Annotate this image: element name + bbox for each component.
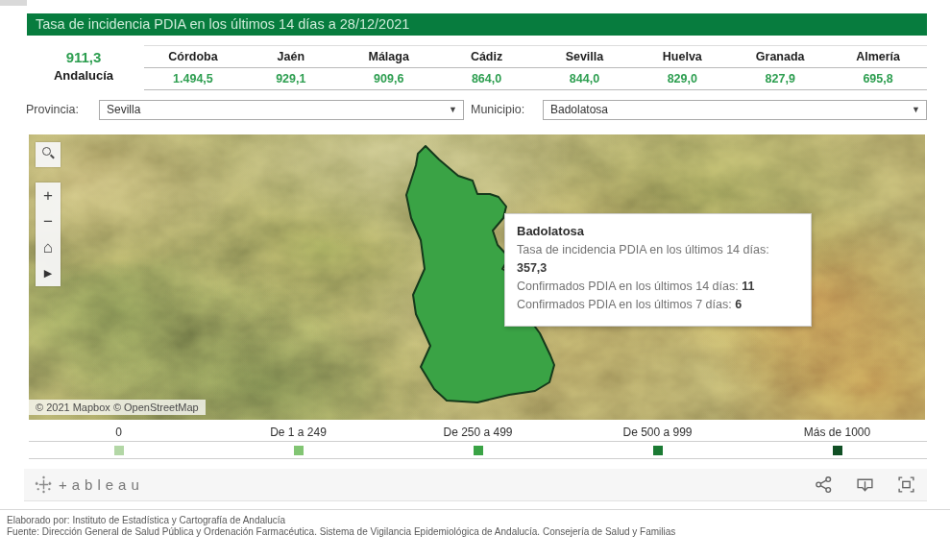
tooltip-row: Confirmados PDIA en los últimos 14 días:… — [517, 278, 799, 296]
province-value: 864,0 — [438, 68, 536, 89]
tooltip-row: Tasa de incidencia PDIA en los últimos 1… — [517, 241, 799, 278]
tableau-sparkle-icon — [35, 475, 53, 494]
legend-swatch[interactable] — [653, 446, 663, 455]
province-value: 909,6 — [340, 68, 438, 89]
region-total: 911,3 Andalucía — [27, 48, 140, 85]
province-header: Jaén — [242, 46, 340, 67]
province-value: 844,0 — [536, 68, 634, 89]
search-icon-handle — [50, 154, 55, 158]
legend-label: 0 — [29, 426, 208, 441]
province-header: Almería — [829, 46, 927, 67]
tableau-toolbar: +ableau — [24, 469, 927, 501]
share-icon[interactable] — [815, 475, 833, 494]
legend-labels: 0 De 1 a 249 De 250 a 499 De 500 a 999 M… — [29, 426, 927, 441]
home-icon: ⌂ — [43, 238, 53, 256]
province-value: 829,0 — [633, 68, 731, 89]
map-canvas[interactable]: + − ⌂ ▶ Badolatosa Tasa de incidencia PD… — [29, 134, 925, 420]
tableau-brand-text: +ableau — [59, 476, 144, 493]
municipio-dropdown[interactable]: Badolatosa ▼ — [543, 100, 927, 120]
download-icon[interactable] — [856, 475, 874, 494]
municipio-filter-label: Municipio: — [471, 103, 524, 116]
chevron-down-icon: ▼ — [449, 101, 457, 119]
search-icon — [42, 147, 54, 158]
chevron-down-icon: ▼ — [912, 101, 920, 119]
tooltip-value: 357,3 — [517, 261, 547, 275]
legend-label: De 1 a 249 — [208, 426, 388, 441]
tooltip-value: 6 — [735, 298, 742, 311]
municipio-dropdown-value: Badolatosa — [550, 103, 608, 116]
region-total-label: Andalucía — [27, 67, 140, 85]
province-header: Huelva — [633, 46, 731, 67]
pan-toggle-button[interactable]: ▶ — [36, 260, 61, 286]
tooltip-title: Badolatosa — [517, 224, 799, 238]
province-header: Cádiz — [438, 46, 536, 67]
arrow-right-icon: ▶ — [44, 267, 52, 279]
map-search-button[interactable] — [36, 142, 61, 167]
province-table: Córdoba Jaén Málaga Cádiz Sevilla Huelva… — [144, 45, 927, 90]
provincia-dropdown[interactable]: Sevilla ▼ — [99, 100, 464, 120]
tooltip-label: Tasa de incidencia PDIA en los últimos 1… — [517, 243, 769, 256]
legend-swatches — [29, 441, 927, 459]
province-header: Córdoba — [144, 46, 242, 67]
tooltip-label: Confirmados PDIA en los últimos 7 días: — [517, 298, 735, 311]
province-header: Málaga — [340, 46, 438, 67]
scrollbar-remnant — [0, 0, 27, 6]
credit-fuente: Fuente: Dirección General de Salud Públi… — [7, 526, 675, 537]
province-value: 695,8 — [829, 68, 927, 89]
page-title: Tasa de incidencia PDIA en los últimos 1… — [27, 13, 927, 36]
provincia-dropdown-value: Sevilla — [107, 103, 140, 116]
legend-label: De 250 a 499 — [388, 426, 568, 441]
tooltip-value: 11 — [742, 280, 754, 293]
region-total-value: 911,3 — [27, 48, 140, 67]
legend-swatch[interactable] — [474, 446, 483, 455]
tooltip-row: Confirmados PDIA en los últimos 7 días: … — [517, 296, 799, 314]
map-attribution[interactable]: © 2021 Mapbox © OpenStreetMap — [29, 400, 206, 415]
home-button[interactable]: ⌂ — [36, 234, 61, 260]
province-header: Sevilla — [536, 46, 634, 67]
map-tooltip: Badolatosa Tasa de incidencia PDIA en lo… — [504, 213, 812, 327]
fullscreen-icon[interactable] — [897, 475, 915, 494]
legend-label: De 500 a 999 — [568, 426, 747, 441]
zoom-in-button[interactable]: + — [36, 183, 61, 208]
province-value: 929,1 — [242, 68, 340, 89]
province-value: 827,9 — [731, 68, 829, 89]
legend-swatch[interactable] — [294, 446, 304, 455]
province-value-row: 1.494,5 929,1 909,6 864,0 844,0 829,0 82… — [144, 68, 927, 90]
provincia-filter-label: Provincia: — [26, 103, 79, 116]
zoom-out-button[interactable]: − — [36, 208, 61, 234]
legend-label: Más de 1000 — [747, 426, 927, 441]
plus-icon: + — [43, 186, 53, 205]
toolbar-icons — [815, 475, 915, 494]
credit-elaborado: Elaborado por: Instituto de Estadística … — [7, 515, 285, 525]
province-header: Granada — [731, 46, 829, 67]
map-zoom-controls: + − ⌂ ▶ — [36, 183, 61, 286]
tooltip-label: Confirmados PDIA en los últimos 14 días: — [517, 280, 742, 293]
province-header-row: Córdoba Jaén Málaga Cádiz Sevilla Huelva… — [144, 45, 927, 68]
credits-divider — [0, 509, 950, 510]
legend: 0 De 1 a 249 De 250 a 499 De 500 a 999 M… — [29, 426, 927, 459]
legend-swatch[interactable] — [114, 446, 124, 455]
legend-swatch[interactable] — [833, 446, 842, 455]
tableau-logo[interactable]: +ableau — [35, 475, 144, 494]
minus-icon: − — [43, 212, 53, 231]
province-value: 1.494,5 — [144, 68, 242, 89]
